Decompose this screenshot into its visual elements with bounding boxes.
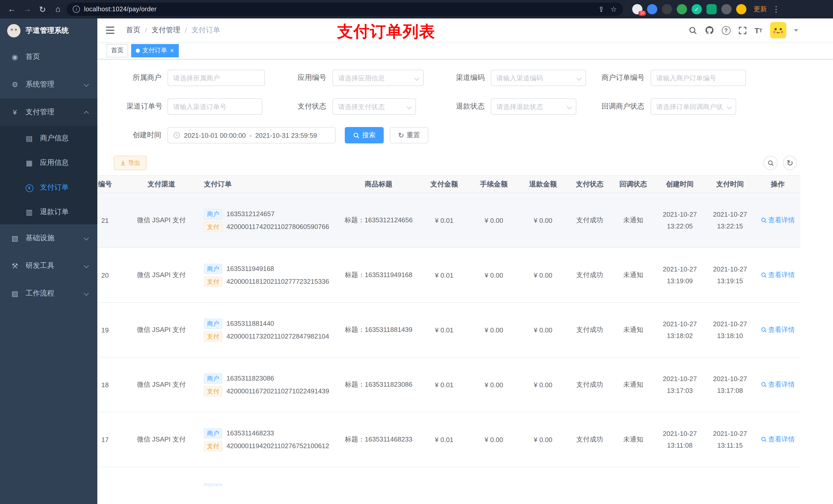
cell-amount: ¥ 0.01: [419, 357, 469, 412]
extension-icon[interactable]: ✓: [692, 4, 702, 14]
url-text[interactable]: localhost:1024/pay/order: [84, 6, 594, 13]
view-detail-link[interactable]: 查看详情: [761, 270, 795, 280]
callback-status-input[interactable]: [656, 103, 731, 111]
filter-label: 所属商户: [126, 73, 168, 82]
date-range-start[interactable]: 2021-10-01 00:00:00: [184, 131, 246, 139]
channel-pay-no: 4200001194202110276752100612: [227, 442, 329, 450]
table-row[interactable]: 19 微信 JSAPI 支付 商户1635311881440 支付4200001…: [97, 303, 800, 357]
refund-status-input[interactable]: [496, 103, 571, 111]
breadcrumb-separator: /: [185, 26, 187, 34]
merchant-order-no-input[interactable]: [656, 74, 740, 82]
export-button-label: 导出: [128, 159, 140, 167]
view-detail-link[interactable]: 查看详情: [761, 325, 795, 334]
view-detail-link[interactable]: 查看详情: [761, 216, 795, 225]
search-icon[interactable]: [688, 26, 697, 34]
share-icon[interactable]: ⇪: [598, 5, 604, 13]
clock-icon: [173, 131, 180, 139]
browser-update-button[interactable]: 更新: [754, 5, 767, 14]
cell-actions: 查看详情: [755, 193, 800, 248]
pay-status-input[interactable]: [338, 103, 410, 111]
help-icon[interactable]: ?: [721, 26, 730, 34]
app-logo[interactable]: 芋道管理系统: [0, 19, 97, 43]
channel-order-no-field[interactable]: [168, 98, 262, 115]
payment-submenu: ▤ 商户信息 ▦ 应用信息 ¥ 支付订单 ▥ 退款订单: [0, 126, 97, 224]
channel-code-select[interactable]: [491, 70, 586, 86]
breadcrumb-home[interactable]: 首页: [126, 26, 140, 35]
cell-amount: ¥ 0.01: [419, 248, 469, 303]
merchant-order-no: 1635312124657: [227, 210, 275, 218]
merchant-select[interactable]: [168, 70, 265, 86]
cell-amount: ¥ 0.01: [419, 412, 469, 467]
browser-menu-icon[interactable]: ⋮: [772, 5, 780, 14]
sidebar-item-app-info[interactable]: ▦ 应用信息: [0, 150, 97, 175]
sidebar-item-system[interactable]: ⚙ 系统管理: [0, 71, 97, 98]
table-row[interactable]: 17 微信 JSAPI 支付 商户1635311468233 支付4200001…: [97, 412, 800, 467]
extension-icon[interactable]: [662, 4, 672, 14]
avatar-caret-icon[interactable]: [794, 29, 798, 31]
browser-home-icon[interactable]: ⌂: [51, 5, 65, 14]
extension-icon[interactable]: 10: [632, 4, 642, 14]
table-row[interactable]: 18 微信 JSAPI 支付 商户1635311823086 支付4200001…: [97, 357, 800, 412]
refresh-table-icon[interactable]: ↻: [783, 156, 797, 170]
browser-reload-icon[interactable]: ↻: [36, 4, 49, 14]
sidebar-item-infrastructure[interactable]: ▧ 基础设施: [0, 224, 97, 252]
sidebar-item-dev-tools[interactable]: ⚒ 研发工具: [0, 252, 97, 280]
extension-icon[interactable]: [736, 4, 746, 14]
sidebar-item-payment[interactable]: ¥ 支付管理: [0, 98, 97, 126]
close-icon[interactable]: ×: [170, 47, 174, 54]
toggle-search-icon[interactable]: [763, 156, 778, 170]
refund-status-select[interactable]: [491, 98, 576, 115]
create-time-range-picker[interactable]: 2021-10-01 00:00:00 - 2021-10-31 23:59:5…: [168, 127, 336, 143]
view-detail-link[interactable]: 查看详情: [761, 435, 795, 444]
channel-order-no-input[interactable]: [173, 103, 257, 111]
merchant-input[interactable]: [173, 74, 259, 82]
browser-forward-icon[interactable]: →: [21, 5, 34, 14]
bookmark-star-icon[interactable]: ☆: [611, 5, 617, 13]
col-pay-status: 支付状态: [568, 175, 612, 193]
table-row[interactable]: 21 微信 JSAPI 支付 商户1635312124657 支付4200001…: [97, 193, 800, 248]
search-button[interactable]: 搜索: [345, 127, 384, 143]
hamburger-icon[interactable]: [105, 27, 116, 34]
cell-pay-status: 支付成功: [568, 357, 612, 412]
extensions-strip: 10 ✓: [632, 4, 746, 14]
sidebar-item-merchant-info[interactable]: ▤ 商户信息: [0, 126, 97, 150]
channel-code-input[interactable]: [496, 74, 580, 82]
extension-icon[interactable]: [677, 4, 687, 14]
cell-fee: ¥ 0.00: [469, 248, 519, 303]
breadcrumb-section[interactable]: 支付管理: [152, 26, 180, 35]
tab-home[interactable]: 首页: [106, 44, 128, 57]
cell-refund: ¥ 0.00: [519, 357, 568, 412]
pay-status-select[interactable]: [332, 98, 416, 115]
fullscreen-icon[interactable]: [738, 26, 747, 34]
table-row[interactable]: 20 微信 JSAPI 支付 商户1635311949168 支付4200001…: [97, 248, 800, 303]
extension-icon[interactable]: [721, 4, 732, 14]
sidebar-item-label: 基础设施: [26, 234, 54, 243]
table-row[interactable]: 商户1635311406712: [97, 467, 800, 486]
merchant-order-no-field[interactable]: [651, 70, 746, 86]
sidebar-item-workflow[interactable]: ▨ 工作流程: [0, 280, 97, 307]
address-bar[interactable]: i localhost:1024/pay/order ⇪ ☆: [67, 3, 623, 16]
app-id-input[interactable]: [338, 74, 418, 82]
font-size-icon[interactable]: TT: [754, 26, 762, 34]
sidebar-item-refund-order[interactable]: ▥ 退款订单: [0, 200, 97, 224]
site-info-icon[interactable]: i: [73, 6, 80, 13]
date-range-end[interactable]: 2021-10-31 23:59:59: [255, 131, 317, 139]
chevron-down-icon: [84, 263, 89, 268]
avatar[interactable]: [770, 22, 786, 39]
github-icon[interactable]: [705, 26, 714, 35]
cell-pay-status: 支付成功: [568, 412, 612, 467]
callback-status-select[interactable]: [651, 98, 736, 115]
tab-pay-order[interactable]: 支付订单 ×: [131, 44, 178, 57]
sidebar-item-home[interactable]: ◉ 首页: [0, 43, 97, 71]
export-button[interactable]: 导出: [114, 156, 146, 170]
sidebar-item-pay-order[interactable]: ¥ 支付订单: [0, 175, 97, 200]
extension-icon[interactable]: [707, 4, 717, 14]
merchant-order-no: 1635311468233: [227, 429, 274, 437]
workflow-icon: ▨: [10, 289, 20, 297]
browser-back-icon[interactable]: ←: [5, 5, 19, 14]
app-id-select[interactable]: [332, 70, 424, 86]
view-detail-link[interactable]: 查看详情: [761, 380, 795, 389]
cell-actions: 查看详情: [755, 248, 800, 303]
extension-icon[interactable]: [647, 4, 657, 14]
reset-button[interactable]: ↻ 重置: [390, 127, 428, 143]
